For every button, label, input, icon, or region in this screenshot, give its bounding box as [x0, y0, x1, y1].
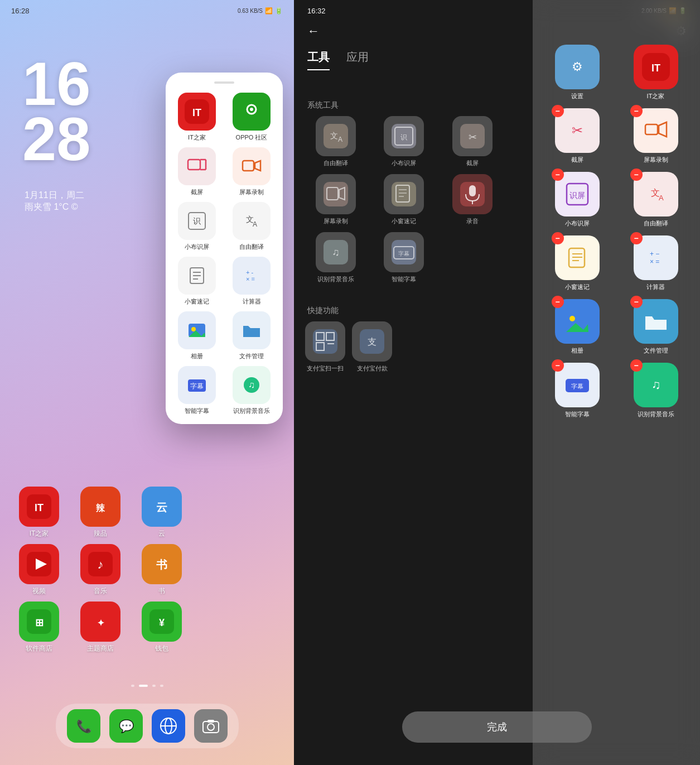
edit-app-xiaobu[interactable]: − 识屏 小布识屏 [542, 172, 612, 228]
popup-icon-translate[interactable]: 文 A [233, 202, 271, 240]
remove-badge-notes[interactable]: − [552, 232, 564, 244]
dock-icon-browser[interactable] [152, 709, 185, 743]
tool-alipay-pay[interactable]: 支 支付宝付款 [352, 321, 392, 373]
popup-music-id[interactable]: ♫ 识别背景音乐 [227, 366, 276, 415]
app-theme-store[interactable]: ✦ 主题商店 [73, 602, 128, 653]
edit-app-notes[interactable]: − 小窗速记 [542, 235, 612, 291]
tool-record[interactable]: 屏幕录制 [305, 174, 366, 225]
remove-badge-xiaobu[interactable]: − [552, 169, 564, 181]
popup-icon-oppo[interactable] [233, 93, 271, 131]
app-cloud[interactable]: 云 云 [134, 487, 190, 538]
popup-icon-subtitle[interactable]: 字幕 [178, 366, 216, 404]
tool-icon-record[interactable] [316, 174, 356, 214]
dock-icon-phone[interactable]: 📞 [67, 709, 100, 743]
popup-icon-photos[interactable] [178, 311, 216, 349]
remove-badge-translate[interactable]: − [630, 169, 643, 181]
app-wallet[interactable]: ¥ 钱包 [134, 602, 190, 653]
edit-app-subtitle[interactable]: − 字幕 智能字幕 [542, 363, 612, 418]
tool-icon-xiaobu[interactable]: 识 [384, 116, 424, 156]
remove-badge-music-id[interactable]: − [630, 359, 643, 372]
edit-app-it[interactable]: IT IT之家 [620, 45, 691, 100]
app-icon-music[interactable]: ♪ [80, 544, 120, 584]
edit-app-settings[interactable]: ⚙ 设置 [542, 45, 612, 100]
edit-app-music-id[interactable]: − ♫ 识别背景音乐 [620, 363, 691, 418]
popup-app-oppo[interactable]: OPPO 社区 [227, 93, 276, 142]
popup-icon-music-id[interactable]: ♫ [233, 366, 271, 404]
dock-camera[interactable] [194, 709, 228, 743]
app-music[interactable]: ♪ 音乐 [73, 544, 128, 596]
time-left: 16:28 [11, 7, 30, 15]
tool-xiaobu[interactable]: 识 小布识屏 [373, 116, 435, 167]
tool-icon-alipay-pay[interactable]: 支 [352, 321, 392, 362]
remove-badge-photos[interactable]: − [552, 296, 564, 308]
app-icon-wallet[interactable]: ¥ [142, 602, 182, 642]
app-icon-video[interactable] [19, 544, 59, 584]
popup-icon-files[interactable] [233, 311, 271, 349]
dock-phone[interactable]: 📞 [67, 709, 100, 743]
tab-tools[interactable]: 工具 [307, 50, 330, 70]
popup-icon-calc[interactable]: + - × = [233, 257, 271, 295]
edit-app-calc[interactable]: − + −× = 计算器 [620, 235, 691, 291]
tool-translate[interactable]: 文A 自由翻译 [305, 116, 366, 167]
app-icon-cloud[interactable]: 云 [142, 487, 182, 527]
edit-icon-it[interactable]: IT [634, 45, 678, 89]
tool-music-id[interactable]: ♫ 识别背景音乐 [305, 232, 366, 283]
popup-notes[interactable]: 小窗速记 [172, 257, 221, 306]
popup-subtitle[interactable]: 字幕 智能字幕 [172, 366, 221, 415]
app-book[interactable]: 书 书 [134, 544, 190, 596]
tool-alipay-scan[interactable]: 支付宝扫一扫 [305, 321, 345, 373]
remove-badge-files[interactable]: − [630, 296, 643, 308]
tool-jieping[interactable]: ✂ 截屏 [442, 116, 503, 167]
tool-icon-music-id[interactable]: ♫ [316, 232, 356, 272]
tool-icon-translate[interactable]: 文A [316, 116, 356, 156]
remove-badge-screen-record[interactable]: − [630, 105, 643, 117]
popup-photos[interactable]: 相册 [172, 311, 221, 360]
done-button[interactable]: 完成 [402, 711, 592, 743]
popup-icon-it[interactable]: IT [178, 93, 216, 131]
edit-app-translate[interactable]: − 文A 自由翻译 [620, 172, 691, 228]
dock-message[interactable]: 💬 [109, 709, 143, 743]
tool-subtitle[interactable]: 字幕 智能字幕 [373, 232, 435, 283]
popup-icon-record[interactable] [233, 147, 271, 185]
app-icon-store[interactable]: ⊞ [19, 602, 59, 642]
remove-badge-calc[interactable]: − [630, 232, 643, 244]
tool-icon-alipay-scan[interactable] [305, 321, 345, 362]
tool-notes[interactable]: 小窗速记 [373, 174, 435, 225]
tool-icon-record-audio[interactable] [452, 174, 493, 214]
remove-badge-jieping[interactable]: − [552, 105, 564, 117]
dock-icon-message[interactable]: 💬 [109, 709, 143, 743]
edit-app-screen-record[interactable]: − 屏幕录制 [620, 108, 691, 164]
app-store[interactable]: ⊞ 软件商店 [11, 602, 67, 653]
app-icon-theme-store[interactable]: ✦ [80, 602, 120, 642]
app-lapin[interactable]: 辣 辣品 [73, 487, 128, 538]
popup-icon-jieping[interactable] [178, 147, 216, 185]
app-icon-book[interactable]: 书 [142, 544, 182, 584]
popup-xiaobu[interactable]: 识 小布识屏 [172, 202, 221, 251]
popup-translate[interactable]: 文 A 自由翻译 [227, 202, 276, 251]
edit-app-files[interactable]: − 文件管理 [620, 299, 691, 355]
tool-record-audio[interactable]: 录音 [442, 174, 503, 225]
edit-app-photos[interactable]: − 相册 [542, 299, 612, 355]
popup-icon-notes[interactable] [178, 257, 216, 295]
popup-record[interactable]: 屏幕录制 [227, 147, 276, 196]
tool-icon-subtitle[interactable]: 字幕 [384, 232, 424, 272]
popup-label-record: 屏幕录制 [239, 188, 264, 196]
edit-icon-settings[interactable]: ⚙ [555, 45, 600, 89]
dock-browser[interactable] [152, 709, 185, 743]
app-icon-it-home[interactable]: IT [19, 487, 59, 527]
edit-app-jieping[interactable]: − ✂ 截屏 [542, 108, 612, 164]
tool-icon-jieping[interactable]: ✂ [452, 116, 493, 156]
tool-icon-notes[interactable] [384, 174, 424, 214]
tab-apps[interactable]: 应用 [346, 50, 369, 70]
popup-app-it[interactable]: IT IT之家 [172, 93, 221, 142]
app-icon-lapin[interactable]: 辣 [80, 487, 120, 527]
app-it-home[interactable]: IT IT之家 [11, 487, 67, 538]
popup-calc[interactable]: + - × = 计算器 [227, 257, 276, 306]
popup-icon-xiaobu[interactable]: 识 [178, 202, 216, 240]
popup-files[interactable]: 文件管理 [227, 311, 276, 360]
remove-badge-subtitle[interactable]: − [552, 359, 564, 372]
popup-jieping[interactable]: 截屏 [172, 147, 221, 196]
dock-icon-camera[interactable] [194, 709, 228, 743]
app-video[interactable]: 视频 [11, 544, 67, 596]
back-button[interactable]: ← [307, 24, 320, 39]
